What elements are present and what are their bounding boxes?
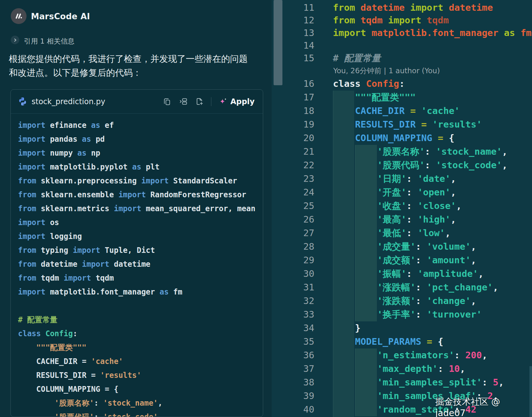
line-number: 29 [272, 253, 314, 267]
editor-line: 12from tqdm import tqdm [272, 14, 532, 27]
editor-line: 14 [272, 39, 532, 52]
line-number: 38 [272, 376, 314, 389]
card-code-line: import logging [18, 229, 263, 243]
card-code-line: from sklearn.metrics import mean_squared… [18, 202, 263, 216]
insert-into-editor-icon [179, 97, 188, 106]
panel-scrollbar-thumb[interactable] [274, 0, 282, 85]
card-code-line: from datetime import datetime [18, 257, 263, 271]
chevron-right-icon [13, 38, 18, 43]
editor-line: 29 '成交额': 'amount', [272, 253, 532, 267]
card-code-line: import numpy as np [18, 146, 263, 160]
editor-line: 32 '涨跌额': 'change', [272, 294, 532, 308]
card-code-line: import efinance as ef [18, 118, 263, 132]
line-number: 19 [272, 118, 314, 131]
line-number: 32 [272, 294, 314, 308]
editor-line: 28 '成交量': 'volume', [272, 240, 532, 253]
card-code-line: import pandas as pd [18, 132, 263, 146]
editor-line: 23 '日期': 'date', [272, 172, 532, 186]
editor-line: 22 '股票代码': 'stock_code', [272, 158, 532, 172]
line-number: 35 [272, 335, 314, 348]
editor-line: 20 COLUMN_MAPPING = { [272, 131, 532, 145]
reference-expand-button[interactable] [11, 36, 19, 44]
python-icon [18, 97, 27, 106]
card-code-block: import efinance as efimport pandas as pd… [18, 118, 263, 417]
card-code-line: class Config: [18, 327, 263, 341]
sparkle-icon [219, 97, 227, 106]
card-code-line: RESULTS_DIR = 'results' [18, 368, 263, 382]
header-divider [211, 97, 211, 106]
card-code-line: CACHE_DIR = 'cache' [18, 354, 263, 368]
line-number: 40 [272, 403, 314, 416]
editor-line: 35 MODEL_PARAMS = { [272, 335, 532, 348]
card-code-line: import matplotlib.font_manager as fm [18, 285, 263, 299]
line-number: 27 [272, 226, 314, 240]
marscode-logo [11, 8, 27, 24]
editor-line: 25 '收盘': 'close', [272, 199, 532, 213]
editor-line: 38 'min_samples_split': 5, [272, 376, 532, 389]
editor-line: 30 '振幅': 'amplitude', [272, 267, 532, 281]
assistant-message-line1: 根据您提供的代码，我进行了检查，并发现了一些潜在的问题 [9, 54, 263, 64]
assistant-title: MarsCode AI [31, 12, 90, 21]
line-number: 18 [272, 104, 314, 118]
line-number: 39 [272, 389, 314, 403]
line-number: 34 [272, 321, 314, 335]
card-code-line: import matplotlib.pyplot as plt [18, 160, 263, 174]
line-number: 37 [272, 362, 314, 376]
editor-line: 19 RESULTS_DIR = 'results' [272, 118, 532, 131]
copy-button[interactable] [163, 97, 172, 106]
editor-line: 13import matplotlib.font_manager as fm [272, 27, 532, 39]
create-new-file-button[interactable] [195, 97, 204, 106]
editor-line: 15# 配置常量 [272, 52, 532, 64]
git-blame-line: You, 26分钟前 | 1 author (You) [272, 64, 532, 77]
code-card-header: stock_prediction.py [11, 90, 263, 114]
editor-line: 16class Config: [272, 77, 532, 91]
card-code-line: """配置类""" [18, 341, 263, 354]
editor-line: 34 } [272, 321, 532, 335]
card-code-line: # 配置常量 [18, 313, 263, 327]
line-number: 24 [272, 186, 314, 199]
card-code-line: from tqdm import tqdm [18, 271, 263, 285]
code-suggestion-card: stock_prediction.py [10, 89, 263, 417]
card-code-line: from typing import Tuple, Dict [18, 243, 263, 257]
line-number: 33 [272, 308, 314, 321]
line-number: 31 [272, 281, 314, 294]
editor-line: 17 """配置类""" [272, 91, 532, 104]
code-card-filename: stock_prediction.py [32, 97, 105, 106]
card-code-line: '股票代码': 'stock_code', [18, 410, 263, 417]
copy-icon [163, 98, 171, 106]
card-code-line [18, 299, 263, 313]
app-window: { "left_panel": { "brand": "MarsCode AI"… [0, 0, 532, 417]
reference-label[interactable]: 引用 1 相关信息 [24, 37, 75, 46]
editor-line: 36 'n_estimators': 200, [272, 348, 532, 362]
card-code-line: '股票名称': 'stock_name', [18, 396, 263, 410]
line-number: 22 [272, 158, 314, 172]
line-number: 23 [272, 172, 314, 186]
editor-code-surface: 11from datetime import datetime12from tq… [272, 1, 532, 417]
assistant-message-line2: 和改进点。以下是修复后的代码： [9, 68, 263, 78]
line-number: 30 [272, 267, 314, 281]
line-number: 25 [272, 199, 314, 213]
line-number: 28 [272, 240, 314, 253]
card-code-line: from sklearn.preprocessing import Standa… [18, 174, 263, 188]
code-card-actions: Apply [163, 97, 255, 106]
apply-button[interactable]: Apply [219, 97, 255, 106]
insert-into-editor-button[interactable] [179, 97, 188, 106]
line-number: 21 [272, 145, 314, 158]
editor-line: 18 CACHE_DIR = 'cache' [272, 104, 532, 118]
marscode-m-icon [14, 11, 24, 21]
editor-line: 31 '涨跌幅': 'pct_change', [272, 281, 532, 294]
code-editor[interactable]: 11from datetime import datetime12from tq… [272, 0, 532, 417]
editor-line: 33 '换手率': 'turnover' [272, 308, 532, 321]
card-code-line: from sklearn.ensemble import RandomFores… [18, 188, 263, 202]
new-file-icon [195, 97, 204, 106]
line-number: 17 [272, 91, 314, 104]
editor-line: 37 'max_depth': 10, [272, 362, 532, 376]
assistant-panel: MarsCode AI 引用 1 相关信息 根据您提供的代码，我进行了检查，并发… [0, 0, 272, 417]
card-code-line: import os [18, 216, 263, 229]
watermark-text: 掘金技术社区 @ jade07 [435, 396, 532, 417]
line-number: 20 [272, 131, 314, 145]
apply-button-label: Apply [230, 97, 255, 106]
line-number: 36 [272, 348, 314, 362]
code-card-body: import efinance as efimport pandas as pd… [11, 114, 263, 417]
card-code-line: COLUMN_MAPPING = { [18, 382, 263, 396]
